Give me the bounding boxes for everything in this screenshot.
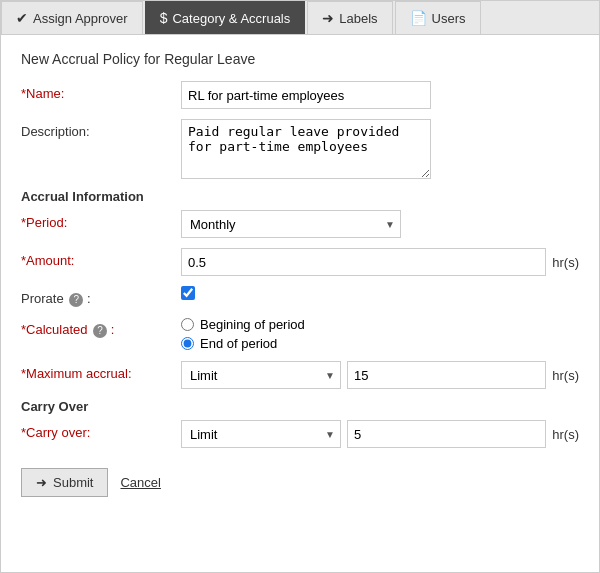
arrow-icon: ➜ <box>322 10 334 26</box>
check-icon: ✔ <box>16 10 28 26</box>
page-title: New Accrual Policy for Regular Leave <box>21 51 579 67</box>
max-accrual-select[interactable]: Limit No Limit <box>181 361 341 389</box>
carry-over-wrap: Limit No Limit hr(s) <box>181 420 579 448</box>
cancel-button[interactable]: Cancel <box>120 475 160 490</box>
accrual-info-title: Accrual Information <box>21 189 579 204</box>
amount-field-row: *Amount: hr(s) <box>21 248 579 276</box>
carry-over-label: *Carry over: <box>21 420 181 440</box>
calculated-radio-group: Begining of period End of period <box>181 317 305 351</box>
carry-over-field-row: *Carry over: Limit No Limit hr(s) <box>21 420 579 448</box>
tab-users[interactable]: 📄 Users <box>395 1 481 34</box>
description-field-row: Description: Paid regular leave provided… <box>21 119 579 179</box>
prorate-help-icon[interactable]: ? <box>69 293 83 307</box>
page-icon: 📄 <box>410 10 427 26</box>
name-input-wrap <box>181 81 579 109</box>
prorate-checkbox[interactable] <box>181 286 195 300</box>
submit-button[interactable]: ➜ Submit <box>21 468 108 497</box>
button-bar: ➜ Submit Cancel <box>21 458 579 501</box>
tab-users-label: Users <box>432 11 466 26</box>
calculated-help-icon[interactable]: ? <box>93 324 107 338</box>
max-accrual-suffix: hr(s) <box>552 368 579 383</box>
name-input[interactable] <box>181 81 431 109</box>
prorate-checkbox-container <box>181 286 195 300</box>
max-accrual-select-container: Limit No Limit <box>181 361 341 389</box>
tab-bar: ✔ Assign Approver $ Category & Accruals … <box>1 1 599 35</box>
name-field-row: *Name: <box>21 81 579 109</box>
max-accrual-label: *Maximum accrual: <box>21 361 181 381</box>
description-input-wrap: Paid regular leave provided for part-tim… <box>181 119 579 179</box>
submit-label: Submit <box>53 475 93 490</box>
main-content: New Accrual Policy for Regular Leave *Na… <box>1 35 599 517</box>
dollar-icon: $ <box>160 10 168 26</box>
radio-end[interactable] <box>181 337 194 350</box>
radio-end-option[interactable]: End of period <box>181 336 305 351</box>
submit-arrow-icon: ➜ <box>36 475 47 490</box>
radio-beginning[interactable] <box>181 318 194 331</box>
name-label: *Name: <box>21 81 181 101</box>
radio-beginning-option[interactable]: Begining of period <box>181 317 305 332</box>
calculated-label: *Calculated ? : <box>21 317 181 338</box>
max-accrual-field-row: *Maximum accrual: Limit No Limit hr(s) <box>21 361 579 389</box>
prorate-field-row: Prorate ? : <box>21 286 579 307</box>
carry-over-suffix: hr(s) <box>552 427 579 442</box>
calculated-radio-wrap: Begining of period End of period <box>181 317 579 351</box>
carry-over-input[interactable] <box>347 420 546 448</box>
tab-category-accruals[interactable]: $ Category & Accruals <box>145 1 306 34</box>
tab-assign-approver[interactable]: ✔ Assign Approver <box>1 1 143 34</box>
period-select[interactable]: Monthly Weekly Bi-Weekly Semi-Monthly Ye… <box>181 210 401 238</box>
tab-labels-label: Labels <box>339 11 377 26</box>
amount-input[interactable] <box>181 248 546 276</box>
description-textarea[interactable]: Paid regular leave provided for part-tim… <box>181 119 431 179</box>
amount-label: *Amount: <box>21 248 181 268</box>
carry-over-title: Carry Over <box>21 399 579 414</box>
tab-labels[interactable]: ➜ Labels <box>307 1 392 34</box>
tab-assign-approver-label: Assign Approver <box>33 11 128 26</box>
prorate-label: Prorate ? : <box>21 286 181 307</box>
amount-suffix: hr(s) <box>552 255 579 270</box>
tab-category-accruals-label: Category & Accruals <box>172 11 290 26</box>
calculated-field-row: *Calculated ? : Begining of period End o… <box>21 317 579 351</box>
carry-over-select[interactable]: Limit No Limit <box>181 420 341 448</box>
prorate-checkbox-wrap <box>181 286 579 300</box>
amount-input-wrap: hr(s) <box>181 248 579 276</box>
period-field-row: *Period: Monthly Weekly Bi-Weekly Semi-M… <box>21 210 579 238</box>
radio-beginning-label: Begining of period <box>200 317 305 332</box>
period-select-container: Monthly Weekly Bi-Weekly Semi-Monthly Ye… <box>181 210 401 238</box>
max-accrual-input[interactable] <box>347 361 546 389</box>
period-label: *Period: <box>21 210 181 230</box>
description-label: Description: <box>21 119 181 139</box>
period-select-wrap: Monthly Weekly Bi-Weekly Semi-Monthly Ye… <box>181 210 579 238</box>
carry-over-select-container: Limit No Limit <box>181 420 341 448</box>
max-accrual-wrap: Limit No Limit hr(s) <box>181 361 579 389</box>
radio-end-label: End of period <box>200 336 277 351</box>
